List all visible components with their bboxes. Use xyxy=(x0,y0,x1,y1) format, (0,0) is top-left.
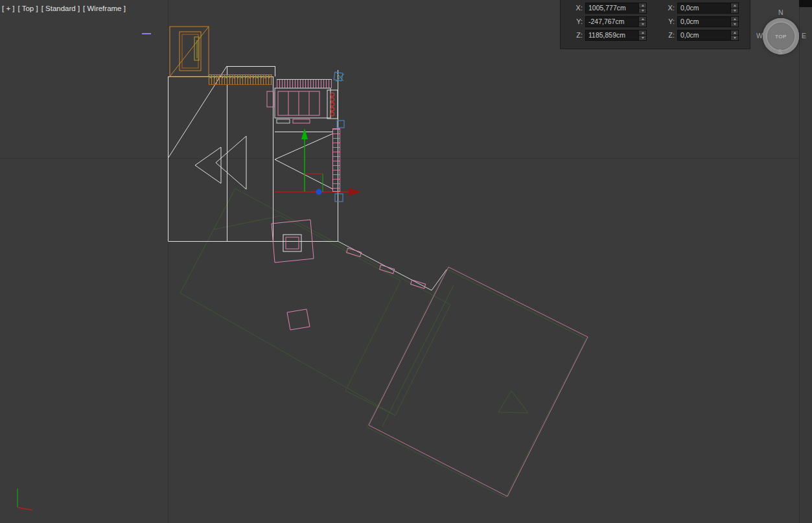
pink-ladder-strip xyxy=(332,128,340,192)
x-axis-label: X: xyxy=(664,4,675,12)
viewport-menu-pov[interactable]: [ Top ] xyxy=(18,5,38,12)
y-axis-label: Y: xyxy=(664,17,675,25)
view-cube-face-label: TOP xyxy=(775,34,787,40)
spinner-down-button[interactable] xyxy=(731,8,738,13)
offset-coordinates-group: X: 0,0cm Y: 0,0cm Z: 0,0cm xyxy=(658,0,748,49)
spinner-down-button[interactable] xyxy=(639,36,646,40)
absolute-z-field[interactable]: 1185,859cm xyxy=(585,30,647,41)
world-axis-icon xyxy=(17,489,32,510)
gizmo-y-arrowhead xyxy=(301,128,308,139)
offset-z-field[interactable]: 0,0cm xyxy=(677,30,739,41)
floor-plan xyxy=(168,66,447,290)
absolute-y-row: Y: -247,767cm xyxy=(572,16,658,27)
view-cube: TOP N W E S xyxy=(758,8,809,64)
viewport-menu-shading[interactable]: [ Wireframe ] xyxy=(83,5,126,12)
x-axis-label: X: xyxy=(572,4,583,12)
absolute-x-row: X: 1005,777cm xyxy=(572,3,658,13)
viewport-label: [ + ] [ Top ] [ Standard ] [ Wireframe ] xyxy=(2,5,126,12)
y-axis-label: Y: xyxy=(572,17,583,25)
spinner-down-button[interactable] xyxy=(639,8,646,13)
hatch-strip-pink xyxy=(277,79,332,88)
spinner-up-button[interactable] xyxy=(731,17,738,22)
spinner-down-button[interactable] xyxy=(639,22,646,27)
spinner xyxy=(730,17,738,27)
roof-wireframe-right xyxy=(367,267,588,498)
compass-east-label[interactable]: E xyxy=(802,32,806,40)
red-fixture-dots xyxy=(331,93,334,115)
view-cube-face[interactable]: TOP xyxy=(767,23,795,50)
compass-west-label[interactable]: W xyxy=(756,32,763,40)
viewport-menu-shading-quality[interactable]: [ Standard ] xyxy=(41,5,80,12)
roof-wireframe-left xyxy=(180,189,450,415)
absolute-x-value: 1005,777cm xyxy=(586,3,638,13)
viewport-corner-block xyxy=(799,0,812,7)
spinner-up-button[interactable] xyxy=(731,30,738,36)
viewport-right-edge xyxy=(799,0,812,523)
offset-y-value: 0,0cm xyxy=(678,17,730,27)
spinner-up-button[interactable] xyxy=(639,3,646,8)
orange-wireframe xyxy=(170,27,209,76)
spinner xyxy=(638,30,646,40)
absolute-x-field[interactable]: 1005,777cm xyxy=(585,3,647,14)
offset-z-value: 0,0cm xyxy=(678,30,730,40)
absolute-z-value: 1185,859cm xyxy=(586,30,638,40)
compass-north-label[interactable]: N xyxy=(778,8,783,16)
spinner-down-button[interactable] xyxy=(731,36,738,40)
offset-z-row: Z: 0,0cm xyxy=(664,30,748,40)
absolute-coordinates-group: X: 1005,777cm Y: -247,767cm Z: xyxy=(561,0,658,49)
transform-type-in-panel: X: 1005,777cm Y: -247,767cm Z: xyxy=(560,0,750,49)
spinner xyxy=(730,30,738,40)
absolute-z-row: Z: 1185,859cm xyxy=(572,30,658,40)
move-gizmo[interactable] xyxy=(275,128,362,196)
spinner-up-button[interactable] xyxy=(639,17,646,22)
spinner xyxy=(638,3,646,13)
hatch-strip-orange xyxy=(209,75,272,85)
absolute-y-value: -247,767cm xyxy=(586,17,638,27)
pink-fixtures xyxy=(267,88,426,330)
offset-x-field[interactable]: 0,0cm xyxy=(677,3,739,14)
absolute-y-field[interactable]: -247,767cm xyxy=(585,16,647,27)
z-axis-label: Z: xyxy=(664,31,675,39)
gizmo-x-arrowhead xyxy=(349,188,362,196)
offset-x-value: 0,0cm xyxy=(678,3,730,13)
spinner-down-button[interactable] xyxy=(731,22,738,27)
offset-x-row: X: 0,0cm xyxy=(664,3,748,13)
z-axis-label: Z: xyxy=(572,31,583,39)
compass-south-label[interactable]: S xyxy=(778,48,782,56)
spinner-up-button[interactable] xyxy=(639,30,646,36)
viewport-canvas[interactable] xyxy=(0,0,812,523)
spinner xyxy=(638,17,646,27)
spinner xyxy=(730,3,738,13)
viewport-menu-general[interactable]: [ + ] xyxy=(2,5,15,12)
gizmo-center-point xyxy=(316,189,322,195)
offset-y-row: Y: 0,0cm xyxy=(664,16,748,27)
offset-y-field[interactable]: 0,0cm xyxy=(677,16,739,27)
spinner-up-button[interactable] xyxy=(731,3,738,8)
